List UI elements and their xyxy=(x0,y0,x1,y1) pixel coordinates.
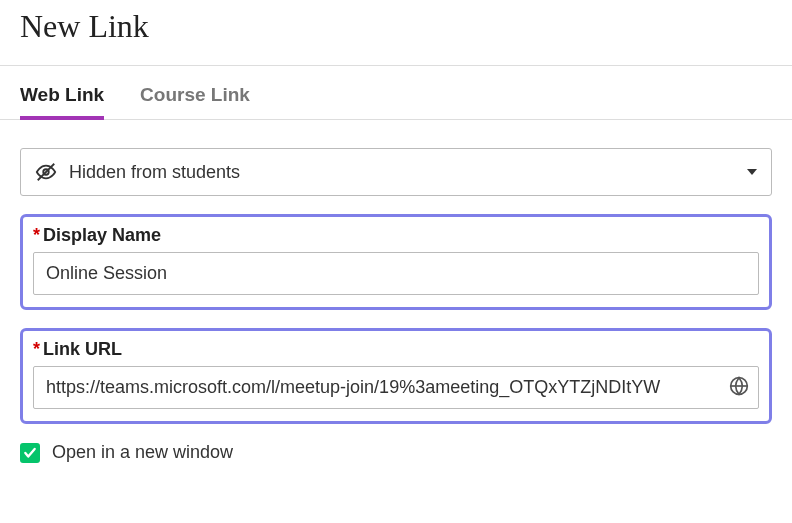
open-new-window-row: Open in a new window xyxy=(20,442,772,463)
open-new-window-checkbox[interactable] xyxy=(20,443,40,463)
link-url-input[interactable] xyxy=(33,366,759,409)
page-title: New Link xyxy=(20,8,772,45)
hidden-icon xyxy=(35,161,57,183)
chevron-down-icon xyxy=(747,169,757,175)
open-new-window-label: Open in a new window xyxy=(52,442,233,463)
display-name-label: *Display Name xyxy=(33,225,759,246)
tab-web-link[interactable]: Web Link xyxy=(20,84,104,120)
globe-icon xyxy=(729,376,749,400)
display-name-group: *Display Name xyxy=(20,214,772,310)
link-url-label-text: Link URL xyxy=(43,339,122,359)
tab-underline xyxy=(0,119,792,120)
display-name-label-text: Display Name xyxy=(43,225,161,245)
display-name-input[interactable] xyxy=(33,252,759,295)
visibility-label: Hidden from students xyxy=(69,162,240,183)
link-url-label: *Link URL xyxy=(33,339,759,360)
link-url-group: *Link URL xyxy=(20,328,772,424)
tabs: Web Link Course Link xyxy=(20,66,772,120)
required-marker: * xyxy=(33,339,40,359)
visibility-dropdown[interactable]: Hidden from students xyxy=(20,148,772,196)
tab-course-link[interactable]: Course Link xyxy=(140,84,250,120)
required-marker: * xyxy=(33,225,40,245)
